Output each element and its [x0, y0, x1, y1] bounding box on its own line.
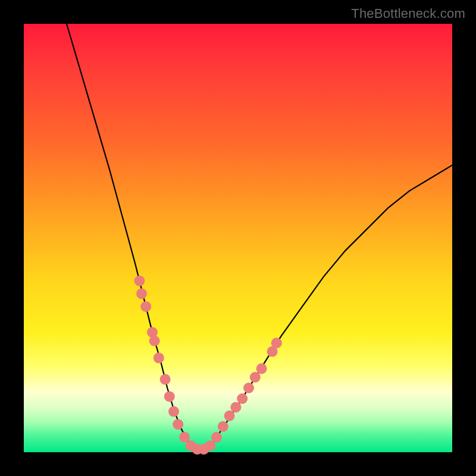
- data-marker: [134, 275, 145, 286]
- data-marker: [164, 391, 175, 402]
- watermark-text: TheBottleneck.com: [351, 6, 465, 21]
- data-marker: [237, 393, 248, 404]
- data-marker: [149, 336, 160, 346]
- data-marker: [205, 440, 215, 451]
- data-marker: [154, 353, 164, 364]
- data-marker: [243, 383, 254, 393]
- curve-layer: [24, 24, 452, 452]
- chart-stage: TheBottleneck.com: [0, 0, 476, 476]
- data-marker: [179, 432, 190, 443]
- data-marker: [160, 374, 171, 385]
- bottleneck-curve: [67, 24, 452, 450]
- data-marker: [136, 289, 147, 299]
- data-marker: [173, 419, 183, 430]
- data-marker: [218, 421, 228, 432]
- data-marker: [211, 432, 222, 443]
- plot-area: [24, 24, 452, 452]
- data-marker: [250, 372, 261, 383]
- data-marker: [168, 406, 179, 417]
- data-marker: [271, 337, 282, 348]
- data-marker: [230, 402, 241, 412]
- data-marker: [140, 301, 151, 312]
- data-marker: [256, 364, 267, 374]
- data-marker: [224, 411, 235, 421]
- marker-layer: [134, 275, 281, 455]
